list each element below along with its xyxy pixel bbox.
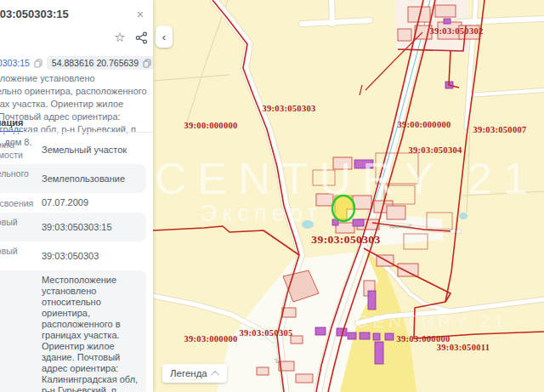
info-row: АдресМестоположение установлено относите… — [0, 270, 146, 392]
chevron-left-icon: ‹ — [162, 31, 166, 43]
copy-icon[interactable] — [34, 59, 42, 68]
coordinates-chip[interactable]: 54.883616 20.765639 — [47, 56, 153, 70]
info-row-value: 39:03:050303 — [42, 251, 146, 262]
info-row: Вид земельного участкаЗемлепользование — [0, 164, 146, 193]
sidebar-collapse-button[interactable]: ‹ — [156, 26, 173, 48]
close-icon[interactable]: × — [133, 7, 148, 22]
cadastral-map[interactable]: CENTURY 21 Эксперт CENTURY 21 Лесная ул.… — [153, 0, 544, 392]
info-table: Вид объекта недвижимостиЗемельный участо… — [0, 135, 146, 392]
info-row-label: Вид объекта недвижимости — [0, 139, 37, 160]
info-row: Вид объекта недвижимостиЗемельный участо… — [0, 135, 146, 164]
info-row: Кадастровый квартал39:03:050303 — [0, 241, 146, 270]
parcel-title: 39:03:050303:15 — [0, 8, 69, 20]
info-row-value: Земельный участок — [42, 145, 146, 156]
legend-button-label: Легенда — [170, 368, 207, 378]
info-row-value: Местоположение установлено относительно … — [42, 275, 146, 392]
cadastral-number-link[interactable]: 39:03:050303:15 — [0, 58, 30, 68]
info-row: Дата присвоения07.07.2009 — [0, 193, 146, 213]
info-row-label: Вид земельного участка — [0, 168, 37, 189]
copy-icon[interactable] — [143, 59, 151, 68]
info-row-label: Дата присвоения — [0, 198, 37, 208]
tabs-divider — [0, 132, 153, 133]
tab-information[interactable]: Информация — [0, 117, 23, 133]
info-row-value: Землепользование — [42, 173, 146, 185]
info-row-value: 07.07.2009 — [42, 197, 146, 208]
info-row: Кадастровый номер39:03:050303:15 — [0, 213, 146, 241]
legend-button[interactable]: Легенда — [162, 364, 227, 383]
favorite-star-icon[interactable]: ☆ — [113, 31, 127, 44]
chevron-up-icon — [211, 370, 219, 378]
parcel-info-panel: 39:03:050303:15 39:03:050303:15 54.88361… — [0, 0, 153, 392]
share-icon[interactable] — [134, 31, 148, 44]
info-row-value: 39:03:050303:15 — [42, 222, 146, 233]
info-row-label: Кадастровый номер — [0, 217, 37, 237]
map-canvas — [153, 0, 544, 392]
coordinates-value: 54.883616 20.765639 — [52, 58, 139, 68]
info-row-label: Кадастровый квартал — [0, 246, 37, 266]
info-row-label: Адрес — [0, 336, 37, 346]
